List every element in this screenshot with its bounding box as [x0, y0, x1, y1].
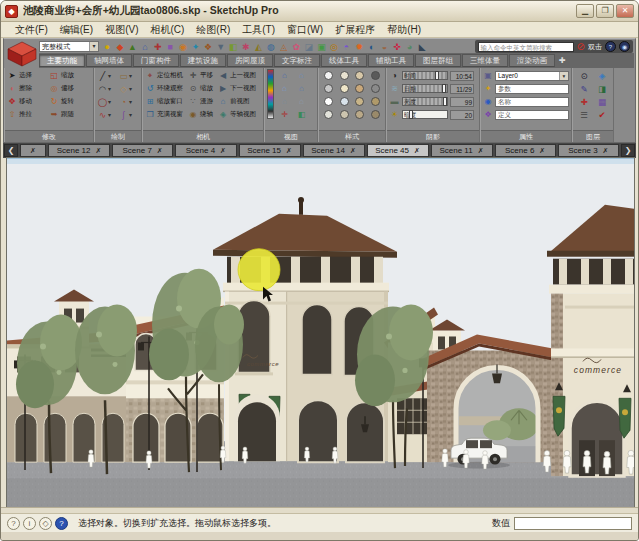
credits-status-icon[interactable]: ?: [55, 517, 68, 530]
viewport-3d[interactable]: commerce: [7, 158, 634, 507]
top-view-icon[interactable]: ⌂: [293, 69, 310, 82]
params-field[interactable]: 参数: [495, 84, 569, 94]
measurements-input[interactable]: [514, 517, 632, 530]
section-icon[interactable]: ◧: [293, 108, 310, 121]
style-preset-12[interactable]: [324, 110, 333, 119]
tool-offset-button[interactable]: ◎偏移: [49, 82, 91, 95]
slider-2[interactable]: 亮度: [402, 97, 448, 106]
tool-next-view-button[interactable]: ▶下一视图: [218, 82, 261, 95]
scene-next-button[interactable]: ❯: [621, 144, 635, 157]
style-preset-7[interactable]: [371, 84, 380, 93]
draw-bezier-button[interactable]: ʃ▾: [118, 108, 139, 121]
paint-icon[interactable]: ◨: [598, 84, 606, 94]
fog-toggle-icon[interactable]: ≋: [389, 82, 400, 95]
quick-tool-icon-8[interactable]: ❖: [202, 41, 215, 53]
scene-tab-scene-14[interactable]: Scene 14✗: [303, 144, 365, 157]
style-preset-3[interactable]: [371, 71, 380, 80]
suapp-tab-6[interactable]: 线体工具: [321, 54, 367, 67]
quick-tool-icon-9[interactable]: ▼: [214, 41, 227, 53]
style-preset-9[interactable]: [340, 97, 349, 106]
quick-tool-icon-13[interactable]: ◍: [265, 41, 278, 53]
tool-follow-me-button[interactable]: ➥跟随: [49, 108, 91, 121]
ground-shadow-icon[interactable]: ▬: [389, 95, 400, 108]
style-preset-15[interactable]: [371, 110, 380, 119]
tool-zoom-button[interactable]: ⊙缩放: [188, 82, 218, 95]
quick-tool-icon-5[interactable]: ■: [164, 41, 177, 53]
quick-tool-icon-23[interactable]: ✜: [391, 41, 404, 53]
scene-tab-scene-12[interactable]: Scene 12✗: [48, 144, 110, 157]
shadow-toggle-icon[interactable]: ◑: [389, 69, 400, 82]
suapp-tab-9[interactable]: 三维体量: [462, 54, 508, 67]
quick-tool-icon-22[interactable]: ◒: [378, 41, 391, 53]
slider-2-thumb[interactable]: [443, 97, 447, 106]
close-icon[interactable]: ✗: [478, 147, 484, 155]
sun-icon[interactable]: ☀: [389, 108, 400, 121]
tool-push-pull-button[interactable]: ⇧推拉: [7, 108, 49, 121]
style-preset-4[interactable]: [324, 84, 333, 93]
draw-pie-button[interactable]: ◔▾: [118, 95, 139, 108]
draw-freehand-button[interactable]: ∿▾: [97, 108, 118, 121]
draw-circle-button[interactable]: ◯▾: [97, 95, 118, 108]
title-bar[interactable]: ◆ 池陵商业街+会所+幼儿园tao0806.skp - SketchUp Pro…: [1, 1, 638, 22]
scene-tab-scene-4[interactable]: Scene 4✗: [175, 144, 236, 157]
suapp-tab-5[interactable]: 文字标注: [274, 54, 320, 67]
tool-zoom-extents-button[interactable]: ❒充满视窗: [145, 108, 188, 121]
tool-scale-button[interactable]: ◱缩放: [49, 69, 91, 82]
check-icon[interactable]: ✔: [598, 110, 605, 120]
back-view-icon[interactable]: ⌂: [276, 95, 293, 108]
scene-tab-scene-15[interactable]: Scene 15✗: [239, 144, 301, 157]
tool-rotate-button[interactable]: ↻旋转: [49, 95, 91, 108]
quick-tool-icon-25[interactable]: ◣: [416, 41, 429, 53]
quick-tool-icon-2[interactable]: ▲: [126, 41, 139, 53]
round-extra-button[interactable]: ◉: [619, 41, 630, 52]
scene-tab-scene-6[interactable]: Scene 6✗: [495, 144, 556, 157]
maximize-button[interactable]: ❐: [596, 4, 614, 18]
style-preset-11[interactable]: [371, 97, 380, 106]
name-field[interactable]: 名称: [495, 97, 569, 107]
menu-item-7[interactable]: 扩展程序: [329, 23, 381, 37]
tool-pan-button[interactable]: ✛平移: [188, 69, 218, 82]
help-status-icon[interactable]: ?: [7, 517, 20, 530]
quick-tool-icon-3[interactable]: ⌂: [139, 41, 152, 53]
suapp-tab-0[interactable]: 主要功能: [39, 54, 85, 67]
menu-item-8[interactable]: 帮助(H): [381, 23, 427, 37]
slider-3-thumb[interactable]: [409, 110, 413, 119]
slider-1-thumb[interactable]: [442, 84, 446, 93]
magnifier-icon[interactable]: ⊙: [580, 71, 587, 81]
geo-status-icon[interactable]: ◇: [39, 517, 52, 530]
suapp-tab-2[interactable]: 门窗构件: [133, 54, 179, 67]
tool-walk-button[interactable]: ∵漫游: [188, 95, 218, 108]
definition-field[interactable]: 定义: [495, 110, 569, 120]
quick-tool-icon-17[interactable]: ▣: [315, 41, 328, 53]
quick-tool-icon-1[interactable]: ◆: [114, 41, 127, 53]
style-preset-1[interactable]: [340, 71, 349, 80]
close-icon[interactable]: ✗: [539, 147, 545, 155]
menu-item-6[interactable]: 窗口(W): [281, 23, 329, 37]
close-button[interactable]: ✕: [616, 4, 634, 18]
close-icon[interactable]: ✗: [414, 147, 420, 155]
model-scene[interactable]: commerce: [7, 159, 634, 507]
mode-select[interactable]: 完整模式 ▾: [39, 41, 99, 52]
close-icon[interactable]: ✗: [603, 147, 609, 155]
close-icon[interactable]: ✗: [220, 147, 226, 155]
tool-iso-view-button[interactable]: ◈等轴视图: [218, 108, 261, 121]
suapp-tab-4[interactable]: 房间屋顶: [227, 54, 273, 67]
quick-tool-icon-6[interactable]: ◉: [177, 41, 190, 53]
minimize-button[interactable]: ▁: [576, 4, 594, 18]
front-view-icon[interactable]: ⌂: [276, 82, 293, 95]
round-help-button[interactable]: ?: [605, 41, 616, 52]
tool-position-camera-button[interactable]: ⌖定位相机: [145, 69, 188, 82]
style-preset-14[interactable]: [355, 110, 364, 119]
slider-1[interactable]: 日期: [402, 84, 448, 93]
menu-item-3[interactable]: 相机(C): [144, 23, 190, 37]
plus-icon[interactable]: ✚: [580, 97, 587, 107]
grid-icon[interactable]: ▦: [598, 97, 606, 107]
suapp-tab-10[interactable]: 渲染动画: [509, 54, 555, 67]
close-icon[interactable]: ✗: [95, 147, 101, 155]
add-toolbar-icon[interactable]: ✚: [556, 56, 569, 65]
quick-tool-icon-15[interactable]: ✿: [290, 41, 303, 53]
slider-0[interactable]: 时间: [402, 71, 448, 80]
quick-tool-icon-12[interactable]: ◭: [252, 41, 265, 53]
color-palette-strip[interactable]: [267, 69, 274, 119]
tool-orbit-button[interactable]: ↺环绕观察: [145, 82, 188, 95]
